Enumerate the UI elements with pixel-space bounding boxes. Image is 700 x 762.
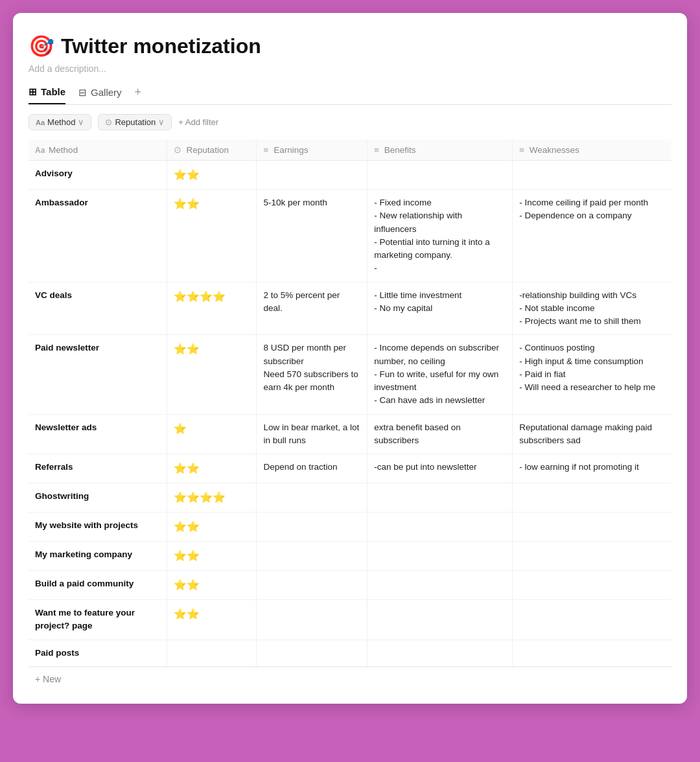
- table-header-row: Aa Method ⊙ Reputation ≡ Earnings ≡ Bene…: [29, 139, 671, 161]
- cell-weaknesses-6: [513, 483, 671, 513]
- table-row: Paid posts: [29, 640, 671, 666]
- method-name: Build a paid community: [35, 579, 134, 588]
- cell-reputation-9: ⭐⭐: [167, 571, 257, 600]
- filter-method[interactable]: Aa Method ∨: [29, 114, 91, 130]
- cell-benefits-5: -can be put into newsletter: [368, 454, 513, 483]
- cell-method-7[interactable]: My website with projects: [29, 513, 167, 542]
- cell-method-1[interactable]: Ambassador: [29, 190, 167, 283]
- cell-weaknesses-10: [513, 600, 671, 640]
- title-text: Twitter monetization: [61, 34, 261, 58]
- tab-add-button[interactable]: +: [135, 86, 142, 104]
- table-row: My marketing company⭐⭐: [29, 542, 671, 571]
- col-header-earnings: ≡ Earnings: [257, 139, 368, 161]
- cell-earnings-11: [257, 640, 368, 666]
- main-container: 🎯 Twitter monetization Add a description…: [13, 13, 687, 704]
- method-name: Newsletter ads: [35, 422, 97, 432]
- cell-earnings-5: Depend on traction: [257, 454, 368, 483]
- method-name: Ghostwriting: [35, 491, 89, 501]
- cell-method-9[interactable]: Build a paid community: [29, 571, 167, 600]
- table-row: Newsletter ads⭐Low in bear market, a lot…: [29, 414, 671, 454]
- cell-reputation-0: ⭐⭐: [167, 161, 257, 190]
- col-header-weaknesses: ≡ Weaknesses: [513, 139, 671, 161]
- cell-weaknesses-2: -relationship building with VCs - Not st…: [513, 282, 671, 335]
- reputation-stars: ⭐⭐: [174, 169, 200, 180]
- cell-reputation-6: ⭐⭐⭐⭐: [167, 483, 257, 513]
- cell-method-4[interactable]: Newsletter ads: [29, 414, 167, 454]
- reputation-stars: ⭐⭐: [174, 550, 200, 561]
- cell-reputation-10: ⭐⭐: [167, 600, 257, 640]
- gallery-tab-label: Gallery: [91, 87, 122, 98]
- cell-weaknesses-4: Reputational damage making paid subscrib…: [513, 414, 671, 454]
- cell-method-11[interactable]: Paid posts: [29, 640, 167, 666]
- method-name: My website with projects: [35, 520, 138, 530]
- new-row-button[interactable]: + New: [29, 667, 671, 691]
- page-title: 🎯 Twitter monetization: [29, 34, 671, 58]
- cell-benefits-3: - Income depends on subscriber number, n…: [368, 335, 513, 414]
- weaknesses-col-icon: ≡: [519, 145, 524, 155]
- cell-benefits-7: [368, 513, 513, 542]
- table-row: VC deals⭐⭐⭐⭐2 to 5% percent per deal.- L…: [29, 282, 671, 335]
- method-name: Want me to feature your project? page: [35, 608, 135, 630]
- cell-method-0[interactable]: Advisory: [29, 161, 167, 190]
- cell-method-5[interactable]: Referrals: [29, 454, 167, 483]
- title-emoji: 🎯: [29, 34, 54, 58]
- tab-gallery[interactable]: ⊟ Gallery: [78, 87, 122, 104]
- reputation-stars: ⭐⭐: [174, 463, 200, 474]
- cell-weaknesses-11: [513, 640, 671, 666]
- method-name: My marketing company: [35, 549, 132, 559]
- table-tab-icon: ⊞: [29, 86, 37, 98]
- add-filter-button[interactable]: + Add filter: [178, 117, 218, 127]
- cell-benefits-4: extra benefit based on subscribers: [368, 414, 513, 454]
- cell-method-10[interactable]: Want me to feature your project? page: [29, 600, 167, 640]
- cell-earnings-7: [257, 513, 368, 542]
- reputation-stars: ⭐⭐⭐⭐: [174, 492, 226, 503]
- cell-earnings-3: 8 USD per month per subscriber Need 570 …: [257, 335, 368, 414]
- method-name: Paid posts: [35, 648, 79, 658]
- cell-weaknesses-5: - low earning if not promoting it: [513, 454, 671, 483]
- cell-weaknesses-3: - Continuos posting - High input & time …: [513, 335, 671, 414]
- table-row: Ambassador⭐⭐5-10k per month- Fixed incom…: [29, 190, 671, 283]
- filter-reputation[interactable]: ⊙ Reputation ∨: [98, 114, 172, 130]
- col-header-reputation: ⊙ Reputation: [167, 139, 257, 161]
- main-table: Aa Method ⊙ Reputation ≡ Earnings ≡ Bene…: [29, 139, 671, 667]
- cell-reputation-4: ⭐: [167, 414, 257, 454]
- cell-weaknesses-9: [513, 571, 671, 600]
- method-name: Ambassador: [35, 198, 88, 207]
- reputation-stars: ⭐⭐: [174, 343, 200, 354]
- cell-method-3[interactable]: Paid newsletter: [29, 335, 167, 414]
- cell-reputation-5: ⭐⭐: [167, 454, 257, 483]
- col-header-method: Aa Method: [29, 139, 167, 161]
- col-header-benefits: ≡ Benefits: [368, 139, 513, 161]
- cell-earnings-8: [257, 542, 368, 571]
- method-filter-label: Method: [47, 117, 75, 127]
- cell-reputation-7: ⭐⭐: [167, 513, 257, 542]
- cell-earnings-10: [257, 600, 368, 640]
- cell-reputation-3: ⭐⭐: [167, 335, 257, 414]
- page-description: Add a description...: [29, 64, 671, 74]
- reputation-filter-label: Reputation: [115, 117, 156, 127]
- table-tab-label: Table: [41, 86, 65, 97]
- method-col-icon: Aa: [35, 146, 45, 155]
- method-name: Advisory: [35, 168, 73, 178]
- cell-method-8[interactable]: My marketing company: [29, 542, 167, 571]
- method-name: VC deals: [35, 290, 72, 300]
- table-row: Referrals⭐⭐Depend on traction-can be put…: [29, 454, 671, 483]
- cell-earnings-6: [257, 483, 368, 513]
- tab-table[interactable]: ⊞ Table: [29, 86, 65, 104]
- method-filter-chevron: ∨: [78, 117, 84, 127]
- cell-benefits-8: [368, 542, 513, 571]
- cell-benefits-1: - Fixed income - New relationship with i…: [368, 190, 513, 283]
- method-name: Paid newsletter: [35, 343, 99, 352]
- reputation-col-icon: ⊙: [174, 145, 181, 155]
- cell-weaknesses-0: [513, 161, 671, 190]
- cell-method-2[interactable]: VC deals: [29, 282, 167, 335]
- gallery-tab-icon: ⊟: [78, 87, 87, 98]
- cell-earnings-9: [257, 571, 368, 600]
- new-row-label: + New: [35, 674, 61, 684]
- cell-earnings-4: Low in bear market, a lot in bull runs: [257, 414, 368, 454]
- cell-earnings-1: 5-10k per month: [257, 190, 368, 283]
- cell-benefits-2: - Little time investment - No my capital: [368, 282, 513, 335]
- cell-reputation-2: ⭐⭐⭐⭐: [167, 282, 257, 335]
- cell-method-6[interactable]: Ghostwriting: [29, 483, 167, 513]
- table-row: Want me to feature your project? page⭐⭐: [29, 600, 671, 640]
